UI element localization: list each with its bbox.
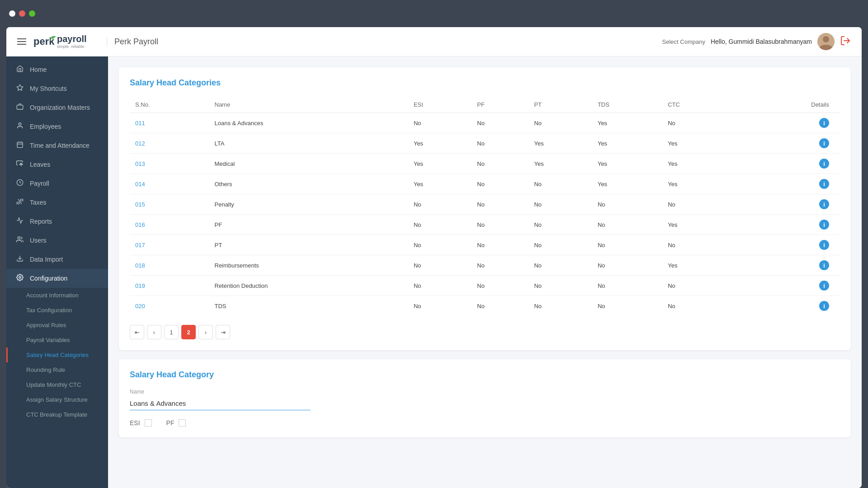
cell-ctc: Yes: [662, 154, 734, 174]
app-header: perk payroll simple. reliable. Perk Payr…: [6, 27, 862, 56]
cell-sno: 016: [130, 215, 209, 235]
sub-item-ctc-breakup-template-label: CTC Breakup Template: [26, 411, 87, 418]
name-input[interactable]: [130, 397, 311, 410]
salary-head-category-form-title: Salary Head Category: [130, 370, 840, 380]
sidebar-item-reports[interactable]: Reports: [6, 212, 108, 231]
org-masters-icon: [15, 103, 24, 112]
logout-button[interactable]: [840, 35, 851, 48]
sidebar-item-data-import-label: Data Import: [30, 256, 63, 263]
cell-pt: Yes: [528, 133, 592, 154]
avatar[interactable]: [817, 33, 835, 50]
cell-details: i: [734, 194, 840, 215]
cell-pf: No: [472, 215, 528, 235]
svg-text:simple. reliable.: simple. reliable.: [57, 44, 85, 49]
details-info-button[interactable]: i: [819, 138, 829, 148]
window-controls: [9, 10, 35, 17]
payroll-icon: [15, 179, 24, 188]
pf-checkbox[interactable]: [179, 419, 186, 427]
sidebar-item-users-label: Users: [30, 237, 47, 244]
cell-ctc: Yes: [662, 255, 734, 276]
sub-item-assign-salary-structure[interactable]: Assign Salary Structure: [6, 392, 108, 407]
sub-item-account-info[interactable]: Account Information: [6, 288, 108, 303]
sidebar-item-payroll[interactable]: Payroll: [6, 174, 108, 193]
cell-pt: No: [528, 194, 592, 215]
cell-tds: Yes: [592, 174, 662, 194]
sub-item-account-info-label: Account Information: [26, 292, 79, 299]
table-row: 015 Penalty No No No No No i: [130, 194, 840, 215]
sidebar-item-home[interactable]: Home: [6, 60, 108, 79]
app-body: Home My Shortcuts Organization Masters E…: [6, 56, 862, 488]
svg-point-21: [19, 277, 21, 278]
name-label: Name: [130, 389, 840, 395]
main-content: Salary Head Categories S.No. Name ESI PF…: [108, 56, 862, 488]
esi-checkbox[interactable]: [145, 419, 152, 427]
sub-item-approval-rules-label: Approval Rules: [26, 322, 66, 328]
sub-item-update-monthly-ctc-label: Update Monthly CTC: [26, 381, 81, 388]
sub-item-rounding-rule-label: Rounding Rule: [26, 366, 65, 373]
page-2-button[interactable]: 2: [181, 325, 196, 339]
salary-head-categories-title: Salary Head Categories: [130, 78, 840, 88]
sidebar-item-shortcuts[interactable]: My Shortcuts: [6, 79, 108, 98]
details-info-button[interactable]: i: [819, 179, 829, 189]
svg-text:payroll: payroll: [57, 34, 87, 44]
sub-item-approval-rules[interactable]: Approval Rules: [6, 318, 108, 333]
sub-item-salary-head-categories[interactable]: Salary Head Categories: [6, 347, 108, 362]
select-company-label[interactable]: Select Company: [662, 38, 705, 45]
header-left: perk payroll simple. reliable. Perk Payr…: [17, 33, 158, 50]
details-info-button[interactable]: i: [819, 159, 829, 169]
home-icon: [15, 65, 24, 74]
page-1-button[interactable]: 1: [164, 325, 179, 339]
sidebar-item-org-masters[interactable]: Organization Masters: [6, 98, 108, 117]
table-row: 012 LTA Yes No Yes Yes Yes i: [130, 133, 840, 154]
pf-field: PF: [166, 419, 186, 427]
prev-page-button[interactable]: ‹: [147, 325, 161, 339]
details-info-button[interactable]: i: [819, 301, 829, 311]
sidebar-item-leaves[interactable]: Leaves: [6, 155, 108, 174]
sub-item-ctc-breakup-template[interactable]: CTC Breakup Template: [6, 407, 108, 422]
cell-name: Loans & Advances: [209, 113, 408, 133]
table-row: 020 TDS No No No No No i: [130, 296, 840, 316]
sub-item-update-monthly-ctc[interactable]: Update Monthly CTC: [6, 377, 108, 392]
cell-name: Reimbursements: [209, 255, 408, 276]
minimize-window-button[interactable]: [19, 10, 25, 17]
sidebar-item-configuration[interactable]: Configuration: [6, 269, 108, 288]
svg-point-19: [18, 237, 20, 239]
details-info-button[interactable]: i: [819, 220, 829, 230]
first-page-button[interactable]: ⇤: [130, 325, 144, 339]
cell-pt: No: [528, 235, 592, 255]
sidebar-item-data-import[interactable]: Data Import: [6, 250, 108, 269]
cell-tds: No: [592, 296, 662, 316]
details-info-button[interactable]: i: [819, 260, 829, 270]
sidebar-item-taxes[interactable]: Taxes: [6, 193, 108, 212]
sub-item-rounding-rule[interactable]: Rounding Rule: [6, 362, 108, 377]
maximize-window-button[interactable]: [29, 10, 35, 17]
close-window-button[interactable]: [9, 10, 15, 17]
hamburger-menu[interactable]: [17, 38, 26, 45]
sub-item-payroll-variables[interactable]: Payroll Variables: [6, 333, 108, 347]
next-page-button[interactable]: ›: [198, 325, 213, 339]
shortcuts-icon: [15, 84, 24, 93]
sidebar-item-time-attendance[interactable]: Time and Attendance: [6, 136, 108, 155]
cell-esi: Yes: [408, 133, 472, 154]
sidebar-item-employees[interactable]: Employees: [6, 117, 108, 136]
details-info-button[interactable]: i: [819, 118, 829, 128]
cell-name: PF: [209, 215, 408, 235]
details-info-button[interactable]: i: [819, 240, 829, 250]
title-bar: [0, 0, 868, 27]
cell-tds: No: [592, 255, 662, 276]
sub-item-tax-config[interactable]: Tax Configuration: [6, 303, 108, 318]
svg-rect-18: [20, 199, 23, 201]
cell-esi: Yes: [408, 174, 472, 194]
sidebar-item-users[interactable]: Users: [6, 231, 108, 250]
details-info-button[interactable]: i: [819, 281, 829, 291]
last-page-button[interactable]: ⇥: [216, 325, 230, 339]
cell-pt: No: [528, 276, 592, 296]
cell-pf: No: [472, 154, 528, 174]
cell-esi: No: [408, 215, 472, 235]
leaves-icon: [15, 160, 24, 169]
col-header-tds: TDS: [592, 97, 662, 113]
details-info-button[interactable]: i: [819, 199, 829, 209]
cell-tds: Yes: [592, 113, 662, 133]
esi-field: ESI: [130, 419, 152, 427]
cell-pt: Yes: [528, 154, 592, 174]
